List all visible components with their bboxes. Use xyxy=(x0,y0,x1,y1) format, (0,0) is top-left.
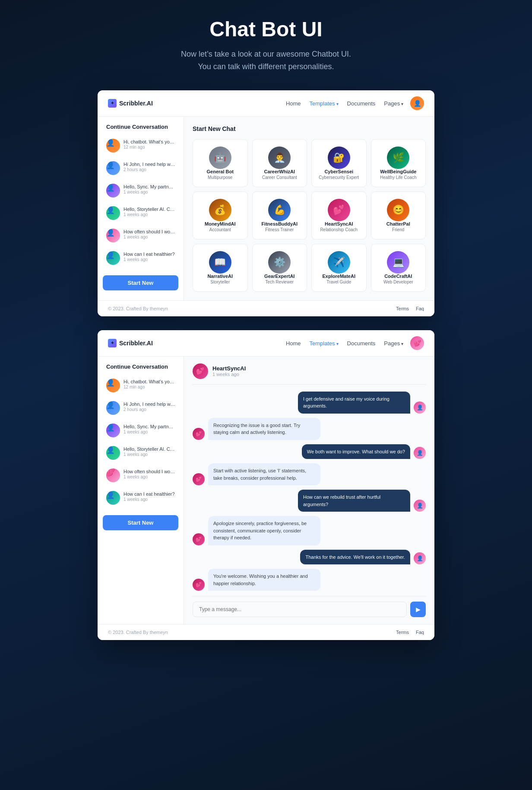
bot-card-11[interactable]: 💻 CodeCraftAI Web Developer xyxy=(371,244,426,292)
bot-avatar-5: 💪 xyxy=(268,199,291,221)
conv-time-1: 2 hours ago xyxy=(124,167,175,172)
user-avatar-4: 👤 xyxy=(414,500,426,512)
logo-icon-1: ✦ xyxy=(108,99,117,108)
app-content-2: Continue Conversation 👤 Hi, chatbot. Wha… xyxy=(98,357,434,624)
bot-avatar-2: 🔐 xyxy=(328,147,350,169)
bot-card-0[interactable]: 🤖 General Bot Multipurpose xyxy=(193,139,248,187)
bot-card-3[interactable]: 🌿 WellBeingGuide Healthy Life Coach xyxy=(371,139,426,187)
footer-terms-1[interactable]: Terms xyxy=(396,306,409,311)
message-4: 👤 How can we rebuild trust after hurtful… xyxy=(193,490,426,512)
conv2-time-3: 1 weeks ago xyxy=(124,452,175,457)
page-title: Chat Bot UI xyxy=(9,17,523,41)
logo-icon-2: ✦ xyxy=(108,339,117,347)
message-5: 💕 Apologize sincerely, practice forgiven… xyxy=(193,516,426,545)
conv2-time-2: 1 weeks ago xyxy=(124,430,175,434)
window-2: ✦ Scribbler.AI Home Templates Documents … xyxy=(98,330,434,640)
message-1: 💕 Recognizing the issue is a good start.… xyxy=(193,418,426,440)
sidebar-conv-0[interactable]: 👤 Hi, chatbot. What’s your name? 12 min … xyxy=(103,135,178,156)
sidebar-conv-5[interactable]: 👤 How can I eat healthier? 1 weeks ago xyxy=(103,248,178,268)
sidebar-title-1: Continue Conversation xyxy=(103,124,178,130)
footer-copy-1: © 2023. Crafted By themeyn xyxy=(108,306,168,311)
sidebar2-conv-4[interactable]: 💕 How often should I work out? 1 weeks a… xyxy=(103,465,178,486)
conv-avatar-3: 👤 xyxy=(106,206,120,220)
chat-header-info: HeartSyncAI 1 weeks ago xyxy=(212,365,246,377)
bot-card-6[interactable]: 💕 HeartSyncAI Relationship Coach xyxy=(311,191,367,239)
sidebar-2: Continue Conversation 👤 Hi, chatbot. Wha… xyxy=(98,357,184,624)
nav-templates[interactable]: Templates xyxy=(310,99,339,107)
nav-home[interactable]: Home xyxy=(286,99,301,107)
conv-time-2: 1 weeks ago xyxy=(124,190,175,194)
sidebar-conv-1[interactable]: 👤 Hi John, I need help with my jo... 2 h… xyxy=(103,158,178,178)
sidebar2-conv-0[interactable]: 👤 Hi, chatbot. What’s your name? 12 min … xyxy=(103,375,178,396)
nav-pages[interactable]: Pages xyxy=(384,99,403,107)
conv2-msg-2: Hello, Sync. My partner and I... xyxy=(124,424,175,430)
bot-avatar-4: 💰 xyxy=(209,199,231,221)
nav-logo-2: ✦ Scribbler.AI xyxy=(108,339,153,347)
user-avatar-6: 👤 xyxy=(414,552,426,564)
send-button[interactable]: ▶ xyxy=(410,602,426,617)
bot-avatar-10: ✈️ xyxy=(328,251,350,274)
bot-avatar-7: 😊 xyxy=(387,199,409,221)
section-title-1: Start New Chat xyxy=(193,125,426,132)
bot-avatar-6: 💕 xyxy=(328,199,350,221)
msg-bubble-1: Recognizing the issue is a good start. T… xyxy=(208,418,320,440)
conv2-time-1: 2 hours ago xyxy=(124,407,175,412)
message-3: 💕 Start with active listening, use 'I' s… xyxy=(193,463,426,485)
conv-msg-3: Hello, Storyteller AI. Can you t... xyxy=(124,206,175,212)
nav2-documents[interactable]: Documents xyxy=(347,339,376,347)
chat-bot-time: 1 weeks ago xyxy=(212,372,246,377)
bot-avatar-0: 🤖 xyxy=(209,147,231,169)
msg-bubble-7: You're welcome. Wishing you a healthier … xyxy=(208,569,320,591)
bot-card-10[interactable]: ✈️ ExploreMateAI Travel Guide xyxy=(311,244,367,292)
footer-faq-1[interactable]: Faq xyxy=(416,306,424,311)
conv-avatar-0: 👤 xyxy=(106,139,120,153)
nav2-templates[interactable]: Templates xyxy=(310,339,339,347)
sidebar2-conv-5[interactable]: 👤 How can I eat healthier? 1 weeks ago xyxy=(103,487,178,508)
footer-copy-2: © 2023. Crafted By themeyn xyxy=(108,630,168,635)
conv-msg-1: Hi John, I need help with my jo... xyxy=(124,161,175,167)
navbar-2: ✦ Scribbler.AI Home Templates Documents … xyxy=(98,330,434,357)
footer-links-2: Terms Faq xyxy=(396,630,424,635)
sidebar-conv-2[interactable]: 👤 Hello, Sync. My partner and I... 1 wee… xyxy=(103,180,178,201)
bot-card-5[interactable]: 💪 FitnessBuddyAI Fitness Trainer xyxy=(252,191,307,239)
bot-msg-avatar-3: 💕 xyxy=(193,473,205,485)
bot-card-9[interactable]: ⚙️ GearExpertAI Tech Reviewer xyxy=(252,244,307,292)
nav-logo-1: ✦ Scribbler.AI xyxy=(108,99,153,108)
sidebar-conv-3[interactable]: 👤 Hello, Storyteller AI. Can you t... 1 … xyxy=(103,203,178,223)
conv-time-5: 1 weeks ago xyxy=(124,257,175,262)
nav-avatar-1[interactable]: 👤 xyxy=(410,96,424,110)
conv2-time-5: 1 weeks ago xyxy=(124,497,175,502)
nav2-home[interactable]: Home xyxy=(286,339,301,347)
conv-msg-5: How can I eat healthier? xyxy=(124,251,175,257)
sidebar-conv-4[interactable]: 👤 How often should I work out? 1 weeks a… xyxy=(103,225,178,246)
nav2-pages[interactable]: Pages xyxy=(384,339,403,347)
conv2-avatar-2: 👤 xyxy=(106,424,120,437)
bot-card-4[interactable]: 💰 MoneyMindAI Accountant xyxy=(193,191,248,239)
conv2-msg-4: How often should I work out? xyxy=(124,468,175,475)
bot-msg-avatar-1: 💕 xyxy=(193,428,205,440)
conv-msg-4: How often should I work out? xyxy=(124,229,175,235)
nav-avatar-2[interactable]: 💕 xyxy=(410,336,424,350)
footer-terms-2[interactable]: Terms xyxy=(396,630,409,635)
bot-card-1[interactable]: 👨‍💼 CareerWhizAI Career Consultant xyxy=(252,139,307,187)
start-new-btn-2[interactable]: Start New xyxy=(103,515,178,530)
footer-faq-2[interactable]: Faq xyxy=(416,630,424,635)
bot-card-8[interactable]: 📖 NarrativeAI Storyteller xyxy=(193,244,248,292)
chat-input[interactable] xyxy=(193,602,407,617)
msg-bubble-4: How can we rebuild trust after hurtful a… xyxy=(298,490,410,512)
nav-links-1: Home Templates Documents Pages xyxy=(286,99,403,107)
conv-avatar-4: 👤 xyxy=(106,229,120,242)
message-7: 💕 You're welcome. Wishing you a healthie… xyxy=(193,569,426,591)
bot-avatar-9: ⚙️ xyxy=(268,251,291,274)
page-subtitle: Now let’s take a look at our awesome Cha… xyxy=(9,48,523,73)
nav-documents[interactable]: Documents xyxy=(347,99,376,107)
bot-card-2[interactable]: 🔐 CyberSensei Cybersecurity Expert xyxy=(311,139,367,187)
start-new-btn-1[interactable]: Start New xyxy=(103,275,178,290)
conv-msg-2: Hello, Sync. My partner and I... xyxy=(124,184,175,190)
bot-card-7[interactable]: 😊 ChatterPal Friend xyxy=(371,191,426,239)
window-footer-1: © 2023. Crafted By themeyn Terms Faq xyxy=(98,300,434,316)
sidebar2-conv-2[interactable]: 👤 Hello, Sync. My partner and I... 1 wee… xyxy=(103,420,178,441)
sidebar2-conv-1[interactable]: 👤 Hi John, I need help with my jo... 2 h… xyxy=(103,398,178,418)
nav-links-2: Home Templates Documents Pages xyxy=(286,339,403,347)
sidebar2-conv-3[interactable]: 👤 Hello, Storyteller AI. Can you t... 1 … xyxy=(103,443,178,463)
